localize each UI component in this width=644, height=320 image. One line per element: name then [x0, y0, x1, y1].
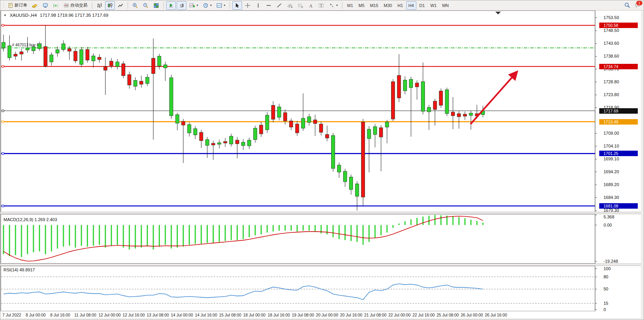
crosshair-button[interactable]: [243, 1, 253, 10]
time-axis-label: 8 Jul 00:00: [26, 313, 46, 317]
hline-anchor[interactable]: [2, 110, 4, 112]
periods-clock-button[interactable]: ▾: [201, 1, 214, 10]
toolbar-separator: [230, 2, 230, 9]
dropdown-arrow-icon[interactable]: ▾: [336, 4, 338, 7]
bars-chart-button[interactable]: [95, 1, 104, 10]
time-axis-label: 18 Jul 00:00: [243, 313, 265, 317]
new-order-button[interactable]: 新订单: [5, 1, 29, 10]
hline-anchor[interactable]: [2, 65, 4, 67]
tile-windows-button[interactable]: [151, 1, 161, 10]
price-badge-1713.49: 1713.49: [599, 119, 638, 125]
new-order-icon: [7, 2, 13, 8]
collapse-triangle-icon[interactable]: ▼: [4, 14, 7, 17]
zoom-in-icon: [132, 2, 138, 8]
timeframe-h1-button[interactable]: H1: [395, 1, 405, 10]
time-axis-label: 13 Jul 08:00: [147, 313, 169, 317]
price-tick-label: 1748.50: [604, 28, 619, 33]
candle-body: [50, 55, 53, 62]
timeframe-d1-button[interactable]: D1: [417, 1, 427, 10]
trading-terminal-window: 新订单自动交易▾▾▾EFAT▾M1M5M15M30H1H4D1W1MN1 # 4…: [0, 0, 644, 320]
candle-body: [445, 90, 449, 113]
vline-button[interactable]: [253, 1, 263, 10]
rsi-label: RSI(14) 49.8917: [4, 267, 35, 272]
arrows-style-button[interactable]: ▾: [327, 1, 340, 10]
add-indicator-button[interactable]: ▾: [187, 1, 200, 10]
zoom-in-button[interactable]: [130, 1, 140, 10]
price-tick-label: 1728.80: [604, 79, 619, 84]
button-label: 自动交易: [70, 2, 88, 8]
auto-scroll-button[interactable]: [166, 1, 176, 10]
dropdown-arrow-icon[interactable]: ▾: [224, 4, 225, 7]
time-axis-label: 21 Jul 08:00: [364, 313, 386, 317]
candlestick-chart-button[interactable]: [105, 1, 115, 10]
chart-shift-button[interactable]: [177, 1, 186, 10]
text-label-button[interactable]: T: [316, 1, 326, 10]
chart-area[interactable]: # 467013 buy 0.1 ▼ XAUUSD-,H4 1717.98 17…: [0, 11, 644, 320]
macd-pane-splitter[interactable]: [0, 212, 644, 214]
dropdown-arrow-icon[interactable]: ▾: [210, 4, 212, 7]
time-axis-label: 12 Jul 00:00: [98, 313, 121, 317]
fibo-button[interactable]: F: [295, 1, 305, 10]
time-axis-label: 14 Jul 16:00: [195, 313, 217, 317]
svg-text:F: F: [302, 5, 303, 8]
toolbar-separator: [342, 2, 342, 9]
timeframe-m1-button[interactable]: M1: [345, 1, 355, 10]
price-tick-label: 1699.10: [604, 156, 619, 161]
candle-body: [133, 80, 137, 86]
price-tick-label: 1689.20: [604, 182, 619, 187]
candle-body: [188, 125, 191, 133]
candle-body: [427, 107, 431, 112]
channel-button[interactable]: E: [285, 1, 295, 10]
chat-button[interactable]: 1: [633, 1, 642, 10]
candle-body: [332, 135, 335, 169]
hline-button[interactable]: [264, 1, 274, 10]
price-badge-1701.25: 1701.25: [599, 151, 638, 156]
candle-body: [295, 124, 299, 133]
add-indicator-icon: [189, 2, 195, 8]
candlestick-chart-icon: [107, 2, 113, 8]
candle-body: [200, 132, 203, 141]
hline-anchor[interactable]: [2, 25, 4, 26]
svg-text:T: T: [320, 4, 323, 7]
line-chart-button[interactable]: [116, 1, 125, 10]
candle-body: [182, 121, 185, 125]
candle-body: [277, 107, 281, 118]
trendline-button[interactable]: [274, 1, 284, 10]
text-label-icon: T: [318, 2, 324, 8]
gold-chart-button[interactable]: [30, 1, 40, 10]
signal-button[interactable]: [51, 1, 61, 10]
cursor-button[interactable]: [232, 1, 242, 10]
timeframe-mn-button[interactable]: MN: [440, 1, 451, 10]
candle-body: [26, 48, 29, 50]
search-button[interactable]: [622, 1, 632, 10]
auto-scroll-icon: [168, 2, 174, 8]
hline-anchor[interactable]: [2, 205, 4, 207]
timeframe-h4-button[interactable]: H4: [406, 1, 416, 10]
templates-button[interactable]: ▾: [214, 1, 227, 10]
timeframe-w1-button[interactable]: W1: [428, 1, 439, 10]
rsi-pane-splitter[interactable]: [0, 264, 644, 266]
terminal-button[interactable]: [40, 1, 50, 10]
zoom-out-button[interactable]: [141, 1, 151, 10]
timeframe-m5-button[interactable]: M5: [356, 1, 367, 10]
candle-body: [158, 56, 161, 66]
candle-body: [44, 47, 47, 66]
chart-canvas[interactable]: # 467013 buy 0.1: [0, 11, 644, 320]
templates-icon: [216, 2, 222, 8]
candle-body: [349, 177, 353, 190]
candle-body: [62, 44, 65, 49]
rsi-tick-label: 50: [604, 287, 608, 291]
candle-body: [146, 77, 149, 83]
timeframe-m30-button[interactable]: M30: [381, 1, 394, 10]
dropdown-arrow-icon[interactable]: ▾: [197, 4, 198, 7]
price-tick-label: 1684.30: [604, 195, 619, 200]
timeframe-m15-button[interactable]: M15: [368, 1, 381, 10]
hline-anchor[interactable]: [2, 153, 4, 155]
hline-anchor[interactable]: [2, 121, 4, 123]
text-button[interactable]: A: [306, 1, 316, 10]
search-icon: [624, 2, 630, 8]
text-icon: A: [308, 2, 314, 8]
autotrade-button[interactable]: 自动交易: [61, 1, 89, 10]
toolbar-separator: [92, 2, 92, 9]
toolbar-drag-handle[interactable]: [3, 2, 4, 9]
